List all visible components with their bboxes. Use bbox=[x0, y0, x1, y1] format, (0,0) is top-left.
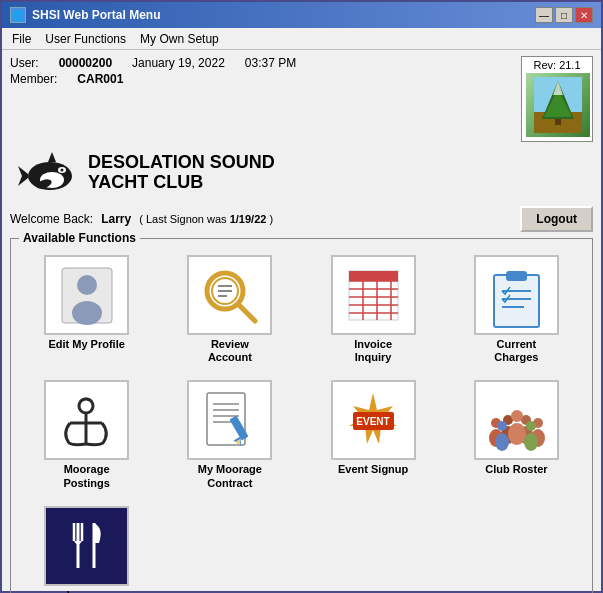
svg-rect-34 bbox=[506, 271, 527, 281]
logo-section: DESOLATION SOUND YACHT CLUB bbox=[10, 148, 593, 198]
svg-point-60 bbox=[511, 410, 523, 422]
club-roster-item[interactable]: Club Roster bbox=[449, 376, 584, 493]
invoice-inquiry-label: Invoice Inquiry bbox=[354, 338, 392, 364]
minimize-button[interactable]: — bbox=[535, 7, 553, 23]
moorage-postings-item[interactable]: Moorage Postings bbox=[19, 376, 154, 493]
my-moorage-contract-icon-box bbox=[187, 380, 272, 460]
member-value: CAR001 bbox=[77, 72, 123, 86]
svg-rect-33 bbox=[494, 275, 539, 327]
date-value: January 19, 2022 bbox=[132, 56, 225, 70]
welcome-text: Welcome Back: Larry ( Last Signon was 1/… bbox=[10, 212, 273, 226]
my-moorage-contract-item[interactable]: My Moorage Contract bbox=[162, 376, 297, 493]
user-value: 00000200 bbox=[59, 56, 112, 70]
svg-point-16 bbox=[72, 301, 102, 325]
logout-button[interactable]: Logout bbox=[520, 206, 593, 232]
svg-marker-11 bbox=[48, 152, 56, 162]
close-button[interactable]: ✕ bbox=[575, 7, 593, 23]
icons-grid: Edit My Profile bbox=[19, 251, 584, 593]
svg-point-64 bbox=[526, 421, 536, 431]
svg-point-15 bbox=[77, 275, 97, 295]
menu-my-own-setup[interactable]: My Own Setup bbox=[134, 30, 225, 48]
welcome-label: Welcome Back: bbox=[10, 212, 93, 226]
user-info: User: 00000200 January 19, 2022 03:37 PM… bbox=[10, 56, 296, 86]
club-roster-label: Club Roster bbox=[485, 463, 547, 476]
rev-image bbox=[526, 73, 590, 137]
edit-profile-icon-box bbox=[44, 255, 129, 335]
svg-point-62 bbox=[497, 421, 507, 431]
current-charges-label: Current Charges bbox=[494, 338, 538, 364]
invoice-inquiry-icon-box bbox=[331, 255, 416, 335]
svg-rect-66 bbox=[54, 513, 119, 578]
review-account-icon-box bbox=[187, 255, 272, 335]
main-window: 🌐 SHSI Web Portal Menu — □ ✕ File User F… bbox=[0, 0, 603, 593]
lounge-assessment-label: Lounge Assessment bbox=[54, 589, 119, 593]
last-signon: ( Last Signon was 1/19/22 ) bbox=[139, 213, 273, 225]
functions-legend: Available Functions bbox=[19, 231, 140, 245]
menu-user-functions[interactable]: User Functions bbox=[39, 30, 132, 48]
last-signon-date: 1/19/22 bbox=[230, 213, 267, 225]
functions-group: Available Functions Edit My Profile bbox=[10, 238, 593, 593]
svg-point-65 bbox=[524, 433, 538, 451]
moorage-postings-icon-box bbox=[44, 380, 129, 460]
svg-marker-12 bbox=[18, 166, 28, 186]
maximize-button[interactable]: □ bbox=[555, 7, 573, 23]
svg-rect-41 bbox=[207, 393, 245, 445]
my-moorage-contract-label: My Moorage Contract bbox=[198, 463, 262, 489]
window-controls: — □ ✕ bbox=[535, 7, 593, 23]
svg-point-10 bbox=[61, 169, 64, 172]
member-label: Member: bbox=[10, 72, 57, 86]
welcome-name: Larry bbox=[101, 212, 131, 226]
window-title: SHSI Web Portal Menu bbox=[32, 8, 160, 22]
svg-point-61 bbox=[508, 423, 526, 445]
menu-bar: File User Functions My Own Setup bbox=[2, 28, 601, 50]
title-bar: 🌐 SHSI Web Portal Menu — □ ✕ bbox=[2, 2, 601, 28]
club-name-line1: DESOLATION SOUND bbox=[88, 153, 275, 173]
orca-logo bbox=[10, 148, 80, 198]
app-icon: 🌐 bbox=[10, 7, 26, 23]
club-name: DESOLATION SOUND YACHT CLUB bbox=[88, 153, 275, 193]
user-label: User: bbox=[10, 56, 39, 70]
content-area: User: 00000200 January 19, 2022 03:37 PM… bbox=[2, 50, 601, 593]
event-signup-item[interactable]: EVENT Event Signup bbox=[306, 376, 441, 493]
edit-profile-label: Edit My Profile bbox=[48, 338, 124, 351]
current-charges-item[interactable]: Current Charges bbox=[449, 251, 584, 368]
event-signup-icon-box: EVENT bbox=[331, 380, 416, 460]
lounge-assessment-icon-box bbox=[44, 506, 129, 586]
menu-file[interactable]: File bbox=[6, 30, 37, 48]
edit-profile-item[interactable]: Edit My Profile bbox=[19, 251, 154, 368]
welcome-row: Welcome Back: Larry ( Last Signon was 1/… bbox=[10, 204, 593, 234]
svg-text:EVENT: EVENT bbox=[356, 416, 389, 427]
club-roster-icon-box bbox=[474, 380, 559, 460]
review-account-label: Review Account bbox=[208, 338, 252, 364]
invoice-inquiry-item[interactable]: Invoice Inquiry bbox=[306, 251, 441, 368]
club-name-line2: YACHT CLUB bbox=[88, 173, 275, 193]
rev-box: Rev: 21.1 bbox=[521, 56, 593, 142]
event-signup-label: Event Signup bbox=[338, 463, 408, 476]
svg-line-19 bbox=[238, 304, 255, 321]
lounge-assessment-item[interactable]: Lounge Assessment bbox=[19, 502, 154, 593]
current-charges-icon-box bbox=[474, 255, 559, 335]
svg-point-63 bbox=[495, 433, 509, 451]
rev-label: Rev: 21.1 bbox=[526, 59, 588, 71]
time-value: 03:37 PM bbox=[245, 56, 296, 70]
review-account-item[interactable]: Review Account bbox=[162, 251, 297, 368]
info-row: User: 00000200 January 19, 2022 03:37 PM… bbox=[10, 56, 593, 142]
moorage-postings-label: Moorage Postings bbox=[63, 463, 109, 489]
